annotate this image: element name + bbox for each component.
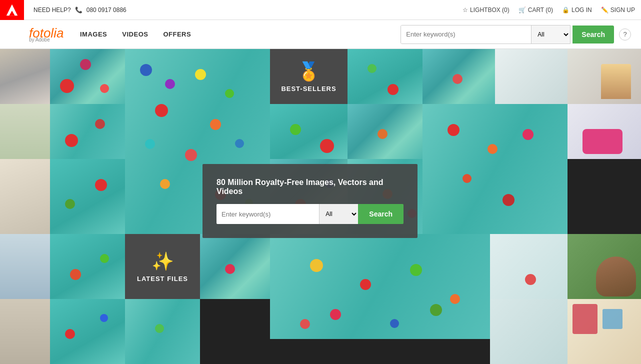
popup-search-row: All Photos Vectors Videos Search — [216, 204, 404, 224]
tile-mist — [0, 234, 50, 299]
tile-flatlay — [568, 299, 641, 364]
popup: 80 Million Royalty-Free Images, Vectors … — [202, 164, 418, 238]
signup-link[interactable]: ✏️ SIGN UP — [601, 6, 635, 14]
nav-images[interactable]: IMAGES — [80, 30, 107, 38]
tile-latest-files[interactable]: ✨ LATEST FILES — [125, 234, 200, 299]
popup-search-input[interactable] — [216, 204, 319, 224]
best-sellers-label: BEST-SELLERS — [281, 85, 336, 92]
tile-candy-3 — [422, 49, 495, 104]
top-bar-right: ☆ LIGHTBOX (0) 🛒 CART (0) 🔒 LOG IN ✏️ SI… — [462, 6, 635, 14]
signup-icon: ✏️ — [601, 6, 608, 14]
tile-candy-12 — [50, 299, 125, 364]
tile-pale — [495, 49, 568, 104]
phone-icon: 📞 — [75, 6, 82, 14]
tile-candy-6 — [348, 104, 422, 159]
tile-candy-1 — [50, 49, 125, 104]
popup-search-type[interactable]: All Photos Vectors Videos — [319, 204, 358, 224]
search-input-wrapper: All Photos Vectors Videos — [400, 25, 570, 44]
nav-offers[interactable]: OFFERS — [163, 30, 191, 38]
nav-videos[interactable]: VIDEOS — [122, 30, 148, 38]
search-container: All Photos Vectors Videos Search ? — [400, 25, 631, 44]
tile-pale-right2 — [490, 299, 568, 364]
latest-files-icon: ✨ — [152, 251, 174, 272]
tile-bear — [568, 234, 641, 299]
top-bar: NEED HELP? 📞 080 0917 0886 ☆ LIGHTBOX (0… — [0, 0, 641, 20]
tile-candy-13 — [125, 299, 200, 364]
tile-candy-2 — [348, 49, 422, 104]
tile-candy-large-right — [422, 104, 568, 234]
need-help-label: NEED HELP? — [34, 6, 71, 14]
latest-files-label: LATEST FILES — [137, 275, 188, 282]
cart-link[interactable]: 🛒 CART (0) — [518, 6, 553, 14]
tile-foggy — [0, 104, 50, 159]
search-input[interactable] — [401, 26, 531, 44]
login-link[interactable]: 🔒 LOG IN — [562, 6, 592, 14]
fotolia-logo: fotolia by Adobe — [29, 26, 64, 42]
photo-grid: 🏅 BEST-SELLERS — [0, 49, 641, 364]
popup-search-button[interactable]: Search — [358, 204, 404, 224]
top-bar-left: NEED HELP? 📞 080 0917 0886 — [34, 6, 126, 14]
search-button[interactable]: Search — [572, 26, 614, 44]
search-type-select[interactable]: All Photos Vectors Videos — [531, 26, 570, 44]
tile-candy-7 — [50, 159, 125, 234]
tile-candy-10 — [50, 234, 125, 299]
lightbox-link[interactable]: ☆ LIGHTBOX (0) — [462, 6, 510, 14]
help-icon[interactable]: ? — [619, 28, 631, 40]
tile-candy-4 — [50, 104, 125, 159]
login-icon: 🔒 — [562, 6, 570, 14]
tile-candy-5 — [270, 104, 348, 159]
tile-person-sitting — [0, 159, 50, 234]
popup-title: 80 Million Royalty-Free Images, Vectors … — [216, 178, 404, 196]
nav-bar: fotolia by Adobe IMAGES VIDEOS OFFERS Al… — [0, 20, 641, 49]
tile-candy-11 — [200, 234, 270, 299]
tile-person-desk — [568, 49, 641, 104]
tile-best-sellers[interactable]: 🏅 BEST-SELLERS — [270, 49, 348, 104]
best-sellers-icon: 🏅 — [298, 61, 320, 82]
tile-cliff — [0, 299, 50, 364]
cart-icon: 🛒 — [518, 6, 526, 14]
tile-pale-right — [490, 234, 568, 299]
tile-candy-center-large — [270, 234, 490, 339]
tile-climbing — [0, 49, 50, 104]
adobe-logo — [0, 0, 24, 20]
phone-number[interactable]: 080 0917 0886 — [86, 6, 126, 14]
tile-scooter — [568, 104, 641, 159]
star-icon: ☆ — [462, 6, 468, 14]
